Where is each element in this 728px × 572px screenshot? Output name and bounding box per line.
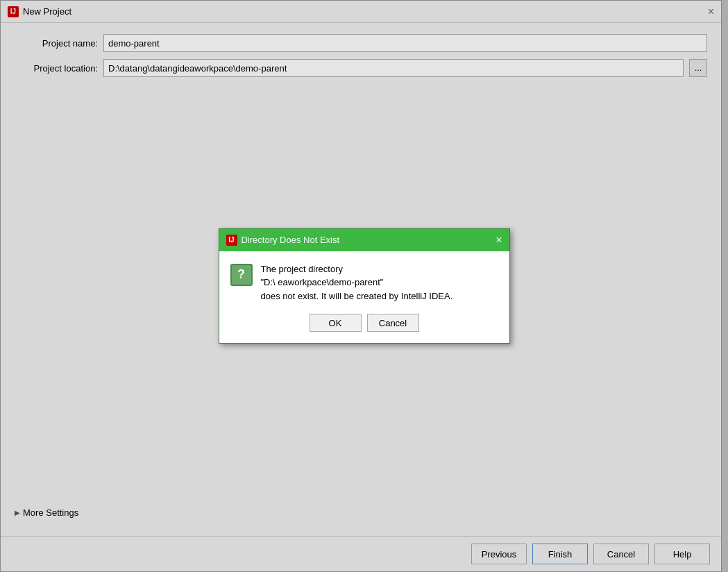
dialog-ok-button[interactable]: OK [310, 314, 362, 332]
dialog-intellij-icon: IJ [226, 235, 237, 246]
dialog-title-left: IJ Directory Does Not Exist [226, 235, 340, 246]
dialog-message-line2: "D:\ eaworkpace\demo-parent" [261, 277, 384, 287]
dialog-title: Directory Does Not Exist [242, 235, 340, 245]
dialog-title-bar: IJ Directory Does Not Exist × [219, 229, 509, 251]
dialog-buttons: OK Cancel [230, 314, 498, 332]
dialog-close-button[interactable]: × [496, 235, 502, 246]
question-icon: ? [230, 264, 253, 286]
dialog-cancel-button[interactable]: Cancel [367, 314, 419, 332]
dialog-message: The project directory "D:\ eaworkpace\de… [261, 262, 453, 303]
dialog-overlay: IJ Directory Does Not Exist × ? The proj… [0, 0, 728, 572]
dialog-body: ? The project directory "D:\ eaworkpace\… [219, 251, 509, 344]
dialog-message-line3: does not exist. It will be created by In… [261, 291, 453, 301]
dialog-message-row: ? The project directory "D:\ eaworkpace\… [230, 262, 498, 303]
directory-not-exist-dialog: IJ Directory Does Not Exist × ? The proj… [219, 228, 510, 344]
dialog-message-line1: The project directory [261, 264, 344, 274]
